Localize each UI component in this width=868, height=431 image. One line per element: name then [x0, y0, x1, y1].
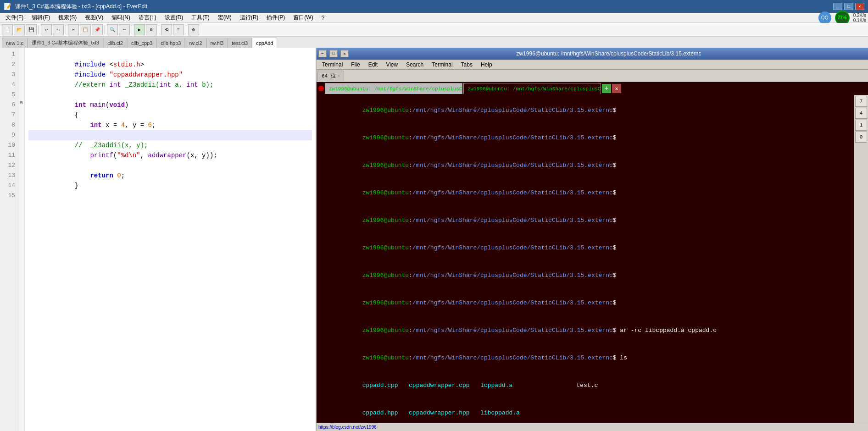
menu-encoding[interactable]: 编码(N)	[108, 13, 134, 22]
qq-icon: QQ	[818, 11, 831, 24]
new-file-btn[interactable]: 📄	[2, 24, 13, 35]
find-btn[interactable]: 🔍	[107, 24, 118, 35]
term-num-btn-0[interactable]: 0	[855, 132, 867, 143]
term-menu-help[interactable]: Help	[477, 61, 496, 69]
menu-edit[interactable]: 编辑(E)	[28, 13, 54, 22]
tab-clib-cl2[interactable]: clib.cl2	[103, 38, 127, 48]
undo-btn[interactable]: ↩	[41, 24, 52, 35]
line-numbers: 1 2 3 4 5 6 7 8 9 10 11 12 13 14 15	[0, 48, 18, 431]
term-menu-terminal[interactable]: Terminal	[318, 61, 346, 69]
terminal-add-tab-btn[interactable]: +	[602, 84, 611, 93]
terminal-close-tab-btn[interactable]: ✕	[612, 84, 621, 93]
line-num-13: 13	[0, 171, 18, 181]
settings-btn[interactable]: ⚙	[188, 24, 199, 35]
redo-btn[interactable]: ↪	[53, 24, 64, 35]
fold-gutter: ⊟	[18, 48, 25, 431]
tab-test-cl3[interactable]: test.cl3	[228, 38, 252, 48]
code-line-5: int main(void)	[28, 90, 312, 100]
menu-help[interactable]: ?	[318, 14, 328, 22]
fold-5	[18, 88, 24, 98]
line-num-3: 3	[0, 70, 18, 80]
toolbar-sep-2	[66, 25, 66, 34]
menu-tools[interactable]: 工具(T)	[188, 13, 213, 22]
terminal-pane: ─ □ ✕ zw1996@ubuntu: /mnt/hgfs/WinShare/…	[317, 48, 868, 431]
fold-2	[18, 58, 24, 68]
fold-11	[18, 149, 24, 159]
toolbar-sep-1	[39, 25, 39, 34]
terminal-maximize-btn[interactable]: □	[329, 50, 338, 57]
fold-14	[18, 179, 24, 189]
tab-cppadd[interactable]: cppAdd	[252, 38, 277, 48]
line-num-10: 10	[0, 140, 18, 150]
fold-4	[18, 78, 24, 88]
terminal-menubar: Terminal File Edit View Search Terminal …	[317, 60, 868, 70]
code-content[interactable]: #include <stdio.h> #include "cppaddwrapp…	[25, 48, 316, 431]
fold-6[interactable]: ⊟	[18, 98, 24, 108]
term-num-btn-4[interactable]: 4	[855, 108, 867, 119]
tab-clib-hpp3[interactable]: clib.hpp3	[156, 38, 185, 48]
term-line-6: zw1996@ubuntu:/mnt/hgfs/WinShare/cpluspl…	[319, 234, 851, 262]
terminal-output[interactable]: zw1996@ubuntu:/mnt/hgfs/WinShare/cpluspl…	[317, 95, 854, 423]
tab-rw-cl2[interactable]: rw.cl2	[185, 38, 206, 48]
term-line-2: zw1996@ubuntu:/mnt/hgfs/WinShare/cpluspl…	[319, 124, 851, 152]
editor-pane: 1 2 3 4 5 6 7 8 9 10 11 12 13 14 15	[0, 48, 317, 431]
format-btn[interactable]: ≡	[173, 24, 184, 35]
close-button[interactable]: ✕	[855, 3, 864, 10]
cut-btn[interactable]: ✂	[68, 24, 79, 35]
term-menu-search[interactable]: Search	[402, 61, 427, 69]
line-num-1: 1	[0, 50, 18, 60]
toolbar-sep-6	[186, 25, 186, 34]
menu-language[interactable]: 语言(L)	[135, 13, 160, 22]
tab-course[interactable]: 课件1_3 C#基本编程体验_txt3	[28, 38, 103, 48]
tab-new1[interactable]: new 1.c	[2, 38, 28, 48]
copy-btn[interactable]: 📋	[80, 24, 91, 35]
term-line-ls: zw1996@ubuntu:/mnt/hgfs/WinShare/cpluspl…	[319, 344, 851, 372]
tab-clib-cpp3[interactable]: clib_cpp3	[127, 38, 156, 48]
terminal-chrome: ─ □ ✕ zw1996@ubuntu: /mnt/hgfs/WinShare/…	[317, 48, 868, 95]
terminal-tab-2[interactable]: zw1996@ubuntu: /mnt/hgfs/WinShare/cplusp…	[463, 83, 601, 94]
terminal-status-tab[interactable]: 64 位 ✕	[317, 71, 344, 81]
maximize-button[interactable]: □	[844, 3, 853, 10]
line-num-11: 11	[0, 150, 18, 160]
term-menu-file[interactable]: File	[347, 61, 363, 69]
menu-settings[interactable]: 设置(D)	[161, 13, 187, 22]
term-line-8: zw1996@ubuntu:/mnt/hgfs/WinShare/cpluspl…	[319, 289, 851, 317]
terminal-tabs-container: 64 位 ✕	[317, 70, 868, 82]
window-title-area: 📝 课件1_3 C#基本编程体验 - txt3 - [cppAdd.c] - E…	[4, 3, 147, 11]
terminal-red-dot	[318, 86, 324, 91]
menu-run[interactable]: 运行(R)	[236, 13, 262, 22]
open-btn[interactable]: 📂	[14, 24, 25, 35]
terminal-tabs-row: 64 位 ✕	[317, 70, 868, 82]
menu-macro[interactable]: 宏(M)	[214, 13, 235, 22]
wrap-btn[interactable]: ⟲	[161, 24, 172, 35]
fold-15	[18, 189, 24, 199]
save-btn[interactable]: 💾	[26, 24, 37, 35]
code-line-1: #include <stdio.h>	[28, 50, 312, 60]
build-btn[interactable]: ⚙	[146, 24, 157, 35]
minimize-button[interactable]: _	[833, 3, 842, 10]
replace-btn[interactable]: ↔	[119, 24, 130, 35]
menu-view[interactable]: 视图(V)	[81, 13, 107, 22]
term-menu-edit[interactable]: Edit	[365, 61, 382, 69]
terminal-minimize-btn[interactable]: ─	[318, 50, 327, 57]
menu-bar: 文件(F) 编辑(E) 搜索(S) 视图(V) 编码(N) 语言(L) 设置(D…	[0, 13, 868, 23]
menu-search[interactable]: 搜索(S)	[55, 13, 80, 22]
window-titlebar: 📝 课件1_3 C#基本编程体验 - txt3 - [cppAdd.c] - E…	[0, 0, 868, 13]
term-num-btn-1[interactable]: 1	[855, 120, 867, 131]
run-btn[interactable]: ▶	[134, 24, 145, 35]
menu-plugins[interactable]: 插件(P)	[263, 13, 289, 22]
terminal-tab-1[interactable]: zw1996@ubuntu: /mnt/hgfs/WinShare/cplusp…	[325, 83, 462, 94]
terminal-status-close[interactable]: ✕	[338, 73, 340, 78]
term-menu-tabs[interactable]: Tabs	[457, 61, 476, 69]
menu-file[interactable]: 文件(F)	[2, 13, 27, 22]
term-num-btn-7[interactable]: 7	[855, 96, 867, 107]
menu-window[interactable]: 窗口(W)	[289, 13, 317, 22]
tab-rw-hl3[interactable]: rw.hl3	[206, 38, 228, 48]
window-controls: _ □ ✕	[833, 3, 864, 10]
term-menu-terminal2[interactable]: Terminal	[428, 61, 456, 69]
fold-7	[18, 108, 24, 118]
term-menu-view[interactable]: View	[382, 61, 401, 69]
paste-btn[interactable]: 📌	[92, 24, 103, 35]
terminal-close-btn[interactable]: ✕	[340, 50, 349, 57]
term-line-ar-rc: zw1996@ubuntu:/mnt/hgfs/WinShare/cpluspl…	[319, 317, 851, 344]
